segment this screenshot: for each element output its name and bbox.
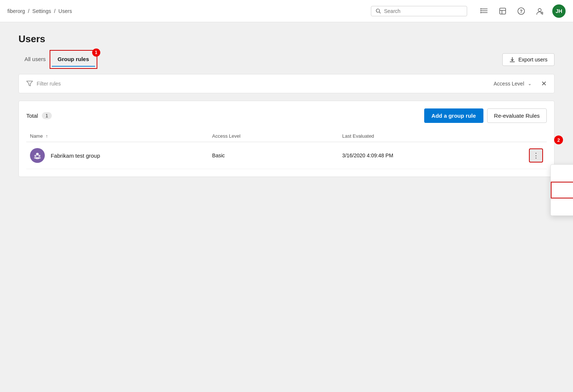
filter-bar: Filter rules Access Level ⌄ ✕	[19, 74, 554, 93]
filter-right: Access Level ⌄ ✕	[494, 80, 547, 88]
topbar: fiberorg / Settings / Users	[0, 0, 573, 22]
table-actions: Add a group rule Re-evaluate Rules	[424, 108, 547, 123]
breadcrumb-sep2: /	[54, 8, 56, 14]
chevron-down-icon[interactable]: ⌄	[528, 81, 532, 86]
group-rules-table: Name ↑ Access Level Last Evaluated	[26, 130, 547, 169]
group-avatar-icon	[30, 148, 45, 163]
breadcrumb-org[interactable]: fiberorg	[7, 8, 25, 14]
tab-all-users[interactable]: All users	[19, 52, 52, 67]
list-icon[interactable]	[478, 5, 490, 17]
three-dot-icon: ⋮	[533, 151, 539, 160]
svg-point-19	[36, 153, 38, 155]
svg-point-13	[538, 9, 541, 11]
annotation-2: 2	[554, 135, 563, 144]
col-header-access[interactable]: Access Level	[208, 130, 339, 142]
page-title: Users	[19, 33, 554, 45]
svg-point-23	[34, 157, 37, 159]
add-group-rule-button[interactable]: Add a group rule	[424, 108, 483, 123]
table-header: Total 1 Add a group rule Re-evaluate Rul…	[26, 108, 547, 123]
table-card: Total 1 Add a group rule Re-evaluate Rul…	[19, 101, 554, 177]
topbar-icons: ? JH	[478, 4, 566, 18]
svg-point-21	[38, 155, 41, 157]
access-level-label[interactable]: Access Level	[494, 81, 524, 87]
three-dot-button[interactable]: ⋮	[529, 148, 543, 163]
search-input[interactable]	[384, 8, 462, 14]
tab-group-rules[interactable]: Group rules 1	[52, 52, 95, 67]
export-users-button[interactable]: Export users	[502, 53, 554, 66]
user-settings-icon[interactable]	[534, 5, 546, 17]
svg-point-20	[34, 155, 37, 157]
col-header-evaluated[interactable]: Last Evaluated	[339, 130, 495, 142]
breadcrumb-users[interactable]: Users	[58, 8, 72, 14]
filter-label[interactable]: Filter rules	[37, 81, 61, 87]
sort-arrow-icon: ↑	[46, 134, 48, 139]
download-icon	[509, 57, 515, 63]
svg-rect-8	[500, 8, 506, 14]
search-box[interactable]	[371, 6, 467, 16]
context-menu-manage-members[interactable]: Manage members	[551, 182, 573, 198]
avatar[interactable]: JH	[552, 4, 566, 18]
table-row: Fabrikam test group Basic 3/16/2020 4:09…	[26, 142, 547, 169]
filter-left: Filter rules	[26, 81, 61, 87]
breadcrumb-sep1: /	[28, 8, 29, 14]
filter-icon	[26, 81, 33, 87]
svg-line-1	[379, 12, 380, 13]
total-label: Total 1	[26, 112, 52, 119]
svg-point-5	[480, 8, 482, 9]
svg-text:?: ?	[520, 9, 522, 14]
svg-point-7	[480, 12, 482, 13]
row-group-name: Fabrikam test group	[51, 153, 100, 159]
package-icon[interactable]	[497, 5, 509, 17]
main-content: Users All users Group rules 1 Export use…	[0, 22, 573, 188]
row-access-level: Basic	[208, 142, 339, 169]
context-menu-remove[interactable]: Remove	[551, 199, 573, 215]
svg-point-6	[480, 10, 482, 11]
row-name-cell: Fabrikam test group	[26, 142, 208, 169]
context-menu-manage-rule[interactable]: Manage group rule	[551, 165, 573, 181]
reevaluate-rules-button[interactable]: Re-evaluate Rules	[487, 108, 547, 123]
row-action-cell: 2 ⋮ 3 Manage group rule Manage members	[495, 142, 547, 169]
help-icon[interactable]: ?	[515, 5, 527, 17]
tab-badge: 1	[92, 48, 100, 57]
col-header-action	[495, 130, 547, 142]
breadcrumb: fiberorg / Settings / Users	[7, 8, 72, 14]
table-header-row: Name ↑ Access Level Last Evaluated	[26, 130, 547, 142]
context-menu: 3 Manage group rule Manage members Remov…	[550, 164, 573, 216]
row-last-evaluated: 3/16/2020 4:09:48 PM	[339, 142, 495, 169]
search-icon	[376, 8, 381, 14]
tabs: All users Group rules 1	[19, 52, 95, 67]
total-count: 1	[42, 112, 52, 119]
filter-close-icon[interactable]: ✕	[541, 80, 547, 88]
col-header-name[interactable]: Name ↑	[26, 130, 208, 142]
svg-point-24	[38, 157, 41, 159]
tabs-row: All users Group rules 1 Export users	[19, 52, 554, 67]
breadcrumb-settings[interactable]: Settings	[32, 8, 51, 14]
